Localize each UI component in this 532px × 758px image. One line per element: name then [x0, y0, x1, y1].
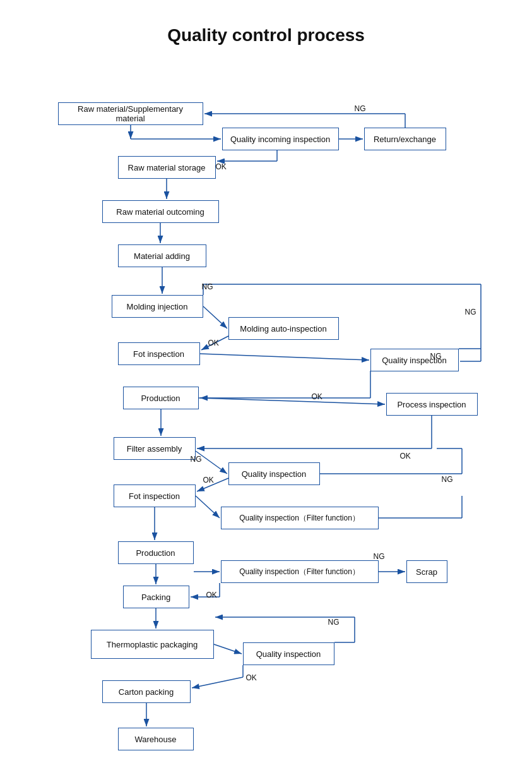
- page-title: Quality control process: [0, 0, 532, 64]
- svg-line-43: [192, 677, 243, 688]
- label-ng3: NG: [430, 352, 442, 361]
- box-quality-insp1: Quality inspection: [370, 349, 459, 371]
- label-ok1: OK: [216, 162, 227, 171]
- box-molding-injection: Molding injection: [112, 295, 203, 318]
- box-raw-outcoming: Raw material outcoming: [102, 200, 219, 223]
- label-ng4: NG: [465, 308, 476, 316]
- box-raw-mat: Raw material/Supplementary material: [58, 102, 203, 125]
- svg-line-22: [199, 398, 385, 404]
- box-filter-assembly: Filter assembly: [114, 437, 196, 460]
- label-ng5: NG: [191, 455, 202, 464]
- box-production1: Production: [123, 387, 199, 409]
- diagram-container: Raw material/Supplementary material Qual…: [20, 64, 512, 758]
- box-return-exchange: Return/exchange: [364, 128, 446, 150]
- label-ok2: OK: [208, 339, 219, 347]
- label-ng2: NG: [202, 282, 213, 291]
- label-ok4: OK: [400, 452, 411, 460]
- box-quality-insp2: Quality inspection: [228, 462, 320, 485]
- label-ok7: OK: [246, 673, 257, 682]
- box-molding-auto: Molding auto-inspection: [228, 317, 339, 340]
- box-packing: Packing: [123, 586, 189, 608]
- label-ng6: NG: [442, 475, 453, 484]
- label-ng7: NG: [374, 552, 385, 561]
- box-quality-incoming: Quality incoming inspection: [222, 128, 339, 150]
- box-quality-filter-func1: Quality inspection（Filter function）: [221, 507, 379, 529]
- svg-line-12: [203, 306, 227, 328]
- label-ok5: OK: [203, 476, 214, 484]
- box-quality-filter-func2: Quality inspection（Filter function）: [221, 560, 379, 583]
- label-ok6: OK: [206, 591, 217, 599]
- svg-line-14: [200, 354, 369, 360]
- box-quality-insp3: Quality inspection: [243, 642, 334, 665]
- label-ng8: NG: [328, 618, 340, 627]
- svg-line-28: [196, 496, 220, 518]
- box-material-adding: Material adding: [118, 244, 206, 267]
- label-ok3: OK: [312, 392, 322, 401]
- box-fot-inspection2: Fot inspection: [114, 484, 196, 507]
- box-fot-inspection1: Fot inspection: [118, 342, 200, 365]
- box-carton-packing: Carton packing: [102, 680, 191, 703]
- box-raw-storage: Raw material storage: [118, 156, 216, 179]
- box-production2: Production: [118, 541, 194, 564]
- svg-line-41: [214, 644, 242, 654]
- box-scrap: Scrap: [406, 560, 447, 583]
- label-ng1: NG: [355, 104, 366, 113]
- box-warehouse: Warehouse: [118, 728, 194, 750]
- box-thermo-pkg: Thermoplastic packaging: [91, 630, 214, 659]
- box-process-insp: Process inspection: [386, 393, 478, 416]
